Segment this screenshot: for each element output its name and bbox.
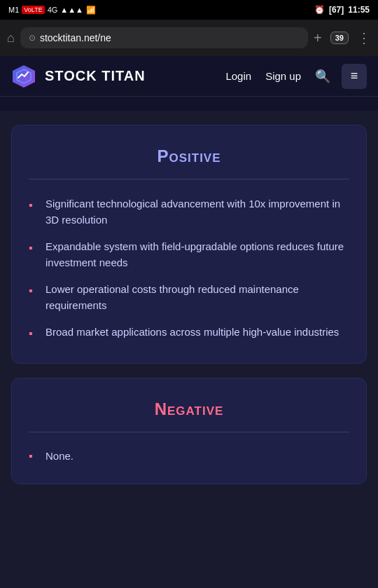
logo-icon (11, 64, 36, 89)
bullet-text-3: Lower operational costs through reduced … (46, 282, 349, 313)
network-badge: VoLTE (22, 6, 44, 14)
bullet-marker-3: ▪ (29, 282, 38, 299)
page-top-spacing (0, 97, 378, 111)
none-text-value: None. (46, 450, 74, 462)
bullet-marker-1: ▪ (29, 197, 38, 214)
status-bar: M1 VoLTE 4G ▲▲▲ 📶 ⏰ [67] 11:55 (0, 0, 378, 20)
nav-bar: STOCK TITAN Login Sign up 🔍 ≡ (0, 56, 378, 97)
positive-title: Positive (29, 146, 349, 166)
none-bullet-marker: ▪ (29, 450, 38, 463)
time-display: 11:55 (348, 5, 370, 15)
signal-icon: ▲▲▲ (60, 6, 83, 14)
status-right: ⏰ [67] 11:55 (314, 5, 370, 15)
negative-title: Negative (29, 399, 349, 419)
negative-card: Negative ▪ None. (11, 378, 367, 484)
browser-chrome: ⌂ ⊙ stocktitan.net/ne + 39 ⋮ (0, 20, 378, 56)
positive-divider (29, 179, 349, 179)
list-item: ▪ Expandable system with field-upgradabl… (29, 239, 349, 271)
alarm-icon: ⏰ (314, 5, 325, 15)
bullet-text-2: Expandable system with field-upgradable … (46, 239, 349, 271)
browser-actions: + 39 ⋮ (314, 29, 371, 46)
new-tab-button[interactable]: + (314, 30, 322, 46)
bullet-text-4: Broad market applications across multipl… (46, 324, 349, 341)
login-link[interactable]: Login (223, 70, 254, 82)
positive-card: Positive ▪ Significant technological adv… (11, 125, 367, 364)
url-bar[interactable]: ⊙ stocktitan.net/ne (20, 27, 308, 48)
signal-bars: 4G (48, 6, 58, 14)
logo-text: STOCK TITAN (45, 68, 214, 84)
signup-link[interactable]: Sign up (262, 70, 304, 82)
tab-count-button[interactable]: 39 (330, 32, 349, 44)
search-button[interactable]: 🔍 (312, 69, 333, 84)
status-left: M1 VoLTE 4G ▲▲▲ 📶 (8, 6, 96, 15)
wifi-icon: 📶 (86, 6, 96, 15)
menu-button[interactable]: ≡ (342, 64, 367, 89)
bullet-text-1: Significant technological advancement wi… (46, 196, 349, 228)
more-options-button[interactable]: ⋮ (357, 29, 371, 46)
url-text: stocktitan.net/ne (40, 32, 111, 43)
list-item: ▪ Significant technological advancement … (29, 196, 349, 228)
positive-bullet-list: ▪ Significant technological advancement … (29, 196, 349, 342)
negative-none: ▪ None. (29, 449, 349, 463)
list-item: ▪ Lower operational costs through reduce… (29, 282, 349, 313)
bullet-marker-4: ▪ (29, 325, 38, 342)
carrier-text: M1 (8, 6, 19, 14)
hamburger-icon: ≡ (351, 69, 358, 83)
list-item: ▪ Broad market applications across multi… (29, 324, 349, 342)
url-security-icon: ⊙ (29, 33, 36, 43)
bullet-marker-2: ▪ (29, 240, 38, 257)
battery-pct: 67 (332, 5, 341, 15)
negative-divider (29, 432, 349, 432)
battery-indicator: [67] (329, 5, 344, 15)
home-button[interactable]: ⌂ (7, 31, 15, 46)
